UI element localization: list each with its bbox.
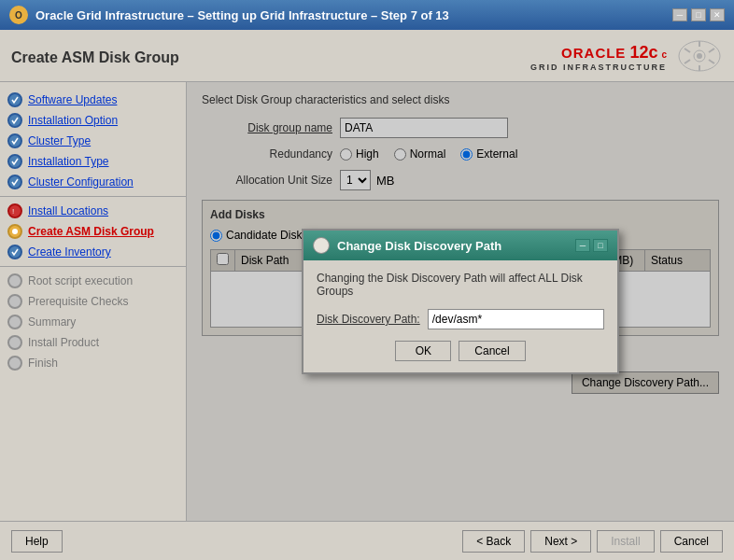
svg-text:!: ! [12, 207, 14, 216]
sidebar-item-install-locations[interactable]: !Install Locations [0, 201, 186, 221]
sidebar-item-cluster-configuration[interactable]: Cluster Configuration [0, 172, 186, 192]
title-bar-controls: ─ □ ✕ [672, 8, 725, 21]
page-title: Create ASM Disk Group [11, 49, 179, 66]
sidebar-label-11: Install Product [28, 336, 99, 349]
help-button[interactable]: Help [11, 530, 63, 553]
modal-title-text: Change Disk Discovery Path [337, 239, 568, 253]
content-panel: Select Disk Group characteristics and se… [187, 82, 734, 521]
sidebar-label-8: Root script execution [28, 274, 133, 287]
sidebar-label-4: Cluster Configuration [28, 175, 134, 189]
sidebar-item-installation-option[interactable]: Installation Option [0, 110, 186, 131]
gear-icon [676, 37, 723, 77]
modal-title-controls: ─ □ [575, 239, 608, 252]
svg-line-6 [709, 60, 714, 63]
oracle-logo: ORACLE 12c c GRID INFRASTRUCTURE [530, 43, 667, 72]
sidebar-item-install-product: Install Product [0, 332, 186, 353]
svg-line-7 [685, 60, 690, 63]
oracle-text: ORACLE [561, 45, 626, 61]
bottom-left: Help [11, 530, 63, 553]
step-indicator-1 [7, 113, 22, 128]
step-indicator-0 [7, 92, 22, 107]
cancel-button[interactable]: Cancel [660, 530, 723, 553]
oracle-version: 12c [629, 43, 657, 63]
step-indicator-11 [7, 335, 22, 350]
step-indicator-4 [7, 175, 22, 189]
modal-buttons: OK Cancel [317, 341, 604, 361]
discovery-path-input[interactable] [428, 309, 604, 329]
sidebar-label-6: Create ASM Disk Group [28, 225, 154, 238]
modal-message: Changing the Disk Discovery Path will af… [317, 272, 604, 298]
modal-overlay: Change Disk Discovery Path ─ □ Changing … [187, 82, 734, 521]
title-bar-text: Oracle Grid Infrastructure – Setting up … [35, 8, 449, 22]
step-indicator-12 [7, 356, 22, 371]
sidebar-item-prerequisite-checks: Prerequisite Checks [0, 291, 186, 312]
svg-point-2 [697, 53, 702, 59]
bottom-right: < Back Next > Install Cancel [462, 530, 723, 553]
minimize-btn[interactable]: ─ [672, 8, 687, 21]
svg-line-5 [685, 49, 690, 52]
back-button[interactable]: < Back [462, 530, 525, 553]
step-indicator-10 [7, 315, 22, 329]
step-indicator-5: ! [7, 203, 22, 218]
oracle-logo-group: ORACLE 12c c GRID INFRASTRUCTURE [530, 37, 723, 77]
sidebar-label-7: Create Inventory [28, 245, 111, 259]
sidebar-item-create-asm-disk-group[interactable]: Create ASM Disk Group [0, 221, 186, 242]
ok-button[interactable]: OK [395, 341, 451, 361]
step-indicator-8 [7, 273, 22, 288]
modal-title-bar: Change Disk Discovery Path ─ □ [303, 231, 617, 260]
bottom-bar: Help < Back Next > Install Cancel [0, 521, 734, 560]
sidebar-label-10: Summary [28, 315, 76, 329]
title-bar: O Oracle Grid Infrastructure – Setting u… [0, 0, 734, 30]
sidebar-item-installation-type[interactable]: Installation Type [0, 151, 186, 172]
sidebar-label-9: Prerequisite Checks [28, 295, 128, 308]
step-indicator-7 [7, 245, 22, 259]
next-button[interactable]: Next > [530, 530, 591, 553]
modal-form-row: Disk Discovery Path: [317, 309, 604, 329]
svg-point-10 [12, 229, 18, 234]
step-indicator-3 [7, 154, 22, 169]
sidebar-label-2: Cluster Type [28, 134, 91, 147]
modal-body: Changing the Disk Discovery Path will af… [303, 260, 617, 372]
close-btn[interactable]: ✕ [710, 8, 725, 21]
step-indicator-2 [7, 133, 22, 148]
install-button[interactable]: Install [597, 530, 654, 553]
sidebar-item-root-script-execution: Root script execution [0, 271, 186, 291]
sidebar: Software UpdatesInstallation OptionClust… [0, 82, 187, 521]
svg-line-8 [709, 49, 714, 52]
sidebar-label-12: Finish [28, 357, 58, 370]
change-disk-discovery-dialog: Change Disk Discovery Path ─ □ Changing … [302, 229, 619, 374]
cancel-dialog-button[interactable]: Cancel [459, 341, 525, 361]
sidebar-item-software-updates[interactable]: Software Updates [0, 90, 186, 110]
sidebar-item-cluster-type[interactable]: Cluster Type [0, 131, 186, 151]
app-icon: O [9, 6, 28, 24]
sidebar-label-5: Install Locations [28, 204, 108, 217]
sidebar-label-1: Installation Option [28, 114, 118, 127]
discovery-path-label: Disk Discovery Path: [317, 313, 420, 326]
modal-icon [313, 237, 330, 254]
sidebar-label-3: Installation Type [28, 155, 109, 168]
oracle-sub: GRID INFRASTRUCTURE [530, 63, 667, 72]
step-indicator-6 [7, 224, 22, 239]
sidebar-label-0: Software Updates [28, 93, 117, 106]
modal-maximize-btn[interactable]: □ [593, 239, 608, 252]
sidebar-item-summary: Summary [0, 312, 186, 332]
maximize-btn[interactable]: □ [691, 8, 706, 21]
sidebar-item-create-inventory[interactable]: Create Inventory [0, 242, 186, 262]
modal-minimize-btn[interactable]: ─ [575, 239, 590, 252]
content-area: Software UpdatesInstallation OptionClust… [0, 82, 734, 521]
step-indicator-9 [7, 294, 22, 309]
header-area: Create ASM Disk Group ORACLE 12c c GRID … [0, 30, 734, 82]
main-container: Create ASM Disk Group ORACLE 12c c GRID … [0, 30, 734, 560]
sidebar-item-finish: Finish [0, 353, 186, 373]
